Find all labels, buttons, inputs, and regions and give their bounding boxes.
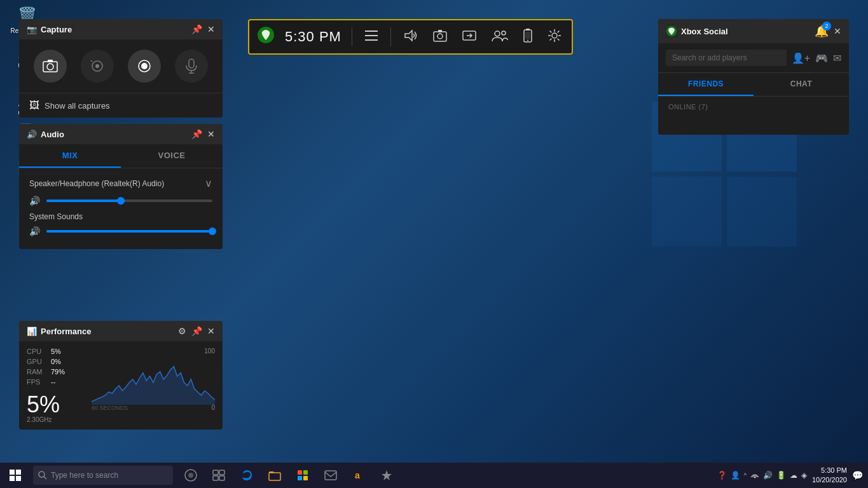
svg-point-20 (95, 64, 99, 68)
svg-rect-27 (10, 470, 15, 475)
record-last-button[interactable] (81, 50, 114, 83)
svg-point-22 (141, 63, 148, 69)
audio-close-button[interactable]: ✕ (207, 129, 215, 139)
svg-point-15 (552, 33, 557, 38)
taskbar-task-view[interactable] (206, 463, 231, 488)
svg-rect-37 (213, 476, 218, 480)
gpu-label: GPU (27, 358, 46, 365)
mobile-toolbar-btn[interactable] (521, 26, 535, 48)
capture-panel: 📷 Capture 📌 ✕ 🖼 Show all captures (19, 19, 223, 118)
screenshot-button[interactable] (34, 50, 67, 83)
speaker-volume-slider[interactable] (46, 200, 212, 202)
svg-rect-23 (189, 59, 194, 68)
audio-panel-header: 🔊 Audio 📌 ✕ (19, 124, 223, 144)
fps-value: -- (51, 378, 55, 386)
audio-device-arrow-icon: ∨ (205, 177, 212, 189)
invite-icon[interactable]: 🎮 (815, 52, 828, 64)
perf-panel-header: 📊 Performance ⚙ 📌 ✕ (19, 321, 223, 341)
taskbar-explorer[interactable] (262, 463, 287, 488)
tray-icons-group: ❓ 👤 ^ 🔊 🔋 ☁ ◈ (717, 471, 807, 480)
audio-tab-voice[interactable]: VOICE (121, 144, 223, 168)
xbox-social-icon (666, 25, 677, 37)
svg-rect-12 (526, 29, 530, 30)
system-sounds-fill (46, 230, 212, 233)
microphone-button[interactable] (175, 50, 208, 83)
settings-toolbar-btn[interactable] (545, 26, 564, 48)
svg-rect-38 (219, 476, 224, 480)
svg-point-47 (754, 476, 755, 478)
perf-pin-button[interactable]: 📌 (191, 326, 202, 336)
show-captures-icon: 🖼 (29, 100, 39, 111)
add-player-icon[interactable]: 👤+ (792, 52, 810, 64)
capture-close-button[interactable]: ✕ (207, 24, 215, 34)
ram-value: 79% (51, 368, 65, 376)
network-tray-icon[interactable] (750, 471, 759, 480)
system-sounds-slider[interactable] (46, 230, 212, 233)
social-close-button[interactable]: ✕ (834, 26, 841, 36)
social-tab-bar: FRIENDS CHAT (658, 73, 849, 97)
performance-chart (92, 348, 215, 405)
taskbar-search-box[interactable]: Type here to search (33, 466, 173, 485)
perf-settings-button[interactable]: ⚙ (178, 326, 186, 336)
speaker-volume-thumb (117, 197, 125, 205)
xbox-logo-icon (257, 26, 275, 48)
capture-pin-button[interactable]: 📌 (191, 24, 202, 34)
svg-rect-44 (325, 471, 336, 480)
capture-toolbar-btn[interactable] (431, 27, 450, 48)
help-tray-icon[interactable]: ❓ (717, 471, 727, 480)
social-tab-chat[interactable]: CHAT (754, 73, 849, 96)
system-sounds-thumb (209, 227, 216, 235)
audio-panel-content: Speaker/Headphone (Realtek(R) Audio) ∨ 🔊… (19, 168, 223, 249)
capture-panel-title: 📷 Capture (27, 25, 72, 34)
svg-rect-36 (219, 470, 224, 475)
taskbar-cortana[interactable] (178, 463, 203, 488)
taskbar-edge[interactable] (234, 463, 259, 488)
share-toolbar-btn[interactable] (460, 27, 479, 48)
audio-device-row[interactable]: Speaker/Headphone (Realtek(R) Audio) ∨ (29, 177, 212, 189)
perf-close-button[interactable]: ✕ (207, 326, 215, 336)
onedrive-tray-icon[interactable]: ☁ (790, 471, 797, 480)
perf-big-display: 5% 2.30GHz (27, 393, 84, 423)
record-button[interactable] (128, 50, 161, 83)
svg-rect-2 (365, 35, 378, 36)
taskbar-mail[interactable] (318, 463, 343, 488)
audio-panel-controls: 📌 ✕ (191, 129, 215, 139)
audio-tab-mix[interactable]: MIX (19, 144, 121, 168)
search-players-input[interactable] (666, 50, 787, 66)
camera-icon: 📷 (27, 25, 37, 34)
audio-pin-button[interactable]: 📌 (191, 129, 202, 139)
svg-rect-35 (213, 470, 218, 475)
show-captures-button[interactable]: 🖼 Show all captures (19, 93, 223, 118)
battery-tray-icon[interactable]: 🔋 (776, 471, 786, 480)
people-tray-icon[interactable]: 👤 (731, 471, 740, 480)
taskbar-clock[interactable]: 5:30 PM 10/20/2020 (812, 466, 847, 485)
gpu-value: 0% (51, 358, 61, 365)
audio-icon: 🔊 (27, 130, 37, 139)
audio-panel: 🔊 Audio 📌 ✕ MIX VOICE Speaker/Headphone … (19, 124, 223, 249)
svg-rect-7 (438, 30, 442, 32)
friends-toolbar-btn[interactable] (489, 27, 511, 48)
menu-icon[interactable] (362, 28, 380, 46)
perf-big-value: 5% (27, 393, 60, 416)
audio-device-name: Speaker/Headphone (Realtek(R) Audio) (29, 179, 164, 188)
cpu-label: CPU (27, 348, 46, 355)
toolbar-divider-1 (352, 27, 352, 46)
clock-time: 5:30 PM (812, 466, 847, 475)
taskbar-store[interactable] (290, 463, 315, 488)
chevron-tray-icon[interactable]: ^ (744, 472, 747, 478)
volume-tray-icon[interactable]: 🔊 (763, 471, 773, 480)
audio-toolbar-btn[interactable] (401, 27, 420, 48)
dropbox-tray-icon[interactable]: ◈ (801, 471, 807, 480)
taskbar-amazon[interactable]: a (346, 463, 371, 488)
svg-marker-46 (382, 470, 392, 480)
svg-point-17 (47, 64, 53, 70)
social-tab-friends[interactable]: FRIENDS (658, 73, 754, 96)
toolbar-divider-2 (390, 27, 391, 46)
notification-bell-button[interactable]: 🔔 2 (815, 24, 829, 38)
notification-center-icon[interactable]: 💬 (852, 470, 863, 480)
social-panel-title: Xbox Social (666, 25, 728, 37)
message-icon[interactable]: ✉ (833, 52, 841, 64)
taskbar-app7[interactable] (374, 463, 399, 488)
perf-panel-controls: ⚙ 📌 ✕ (178, 326, 215, 336)
start-button[interactable] (0, 463, 31, 488)
